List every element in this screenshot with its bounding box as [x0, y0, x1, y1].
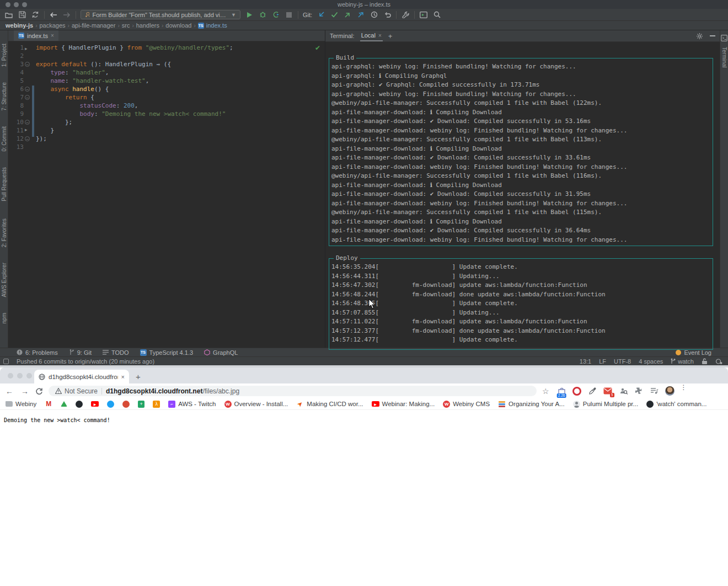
run-with-coverage-button[interactable]: [271, 10, 280, 19]
tool-window-button-7-structure[interactable]: 7: Structure: [1, 82, 7, 111]
code-line[interactable]: [36, 143, 233, 151]
bookmark-item[interactable]: Webiny: [6, 401, 36, 407]
code-line[interactable]: }: [36, 126, 233, 135]
reload-icon[interactable]: [35, 387, 43, 395]
browser-tab[interactable]: d1hgd8csopkt4i.cloudfront.ne ×: [34, 370, 129, 383]
bookmark-item[interactable]: [61, 401, 67, 407]
git-cherry-pick-icon[interactable]: [356, 10, 365, 19]
fold-minus-icon[interactable]: –: [25, 136, 30, 141]
extensions-puzzle-icon[interactable]: [634, 386, 644, 396]
bookmark-item[interactable]: 'watch' comman...: [646, 401, 706, 408]
bookmark-item[interactable]: Organizing Your A...: [498, 400, 565, 408]
terminal-tab-local[interactable]: Local ×: [360, 32, 383, 40]
tool-window-button-aws-explorer[interactable]: AWS Explorer: [1, 263, 7, 297]
undo-icon[interactable]: [383, 10, 392, 19]
breadcrumb-item[interactable]: handlers: [136, 22, 159, 29]
new-tab-button[interactable]: +: [136, 372, 141, 381]
session-buddy-extension-icon[interactable]: [619, 386, 628, 396]
terminal-output[interactable]: Build api-graphql: webiny log: Finished …: [325, 42, 720, 348]
bookmark-item[interactable]: [122, 401, 130, 408]
code-line[interactable]: [36, 52, 233, 60]
playlist-extension-icon[interactable]: [650, 386, 659, 396]
unlock-icon[interactable]: [702, 358, 708, 365]
line-separator[interactable]: LF: [599, 358, 606, 365]
bottom-bar-problems-button[interactable]: 6: Problems: [17, 349, 58, 356]
breadcrumb-item[interactable]: download: [165, 22, 191, 29]
chrome-menu-icon[interactable]: ⋮: [681, 383, 687, 399]
code-line[interactable]: async handle() {: [36, 85, 233, 93]
code-line[interactable]: type: "handler",: [36, 68, 233, 77]
bookmark-item[interactable]: λ: [153, 401, 160, 408]
back-icon[interactable]: ←: [4, 387, 14, 396]
mail-extension-icon[interactable]: 5: [603, 386, 613, 396]
code-line[interactable]: export default (): HandlerPlugin ⇒ ({: [36, 60, 233, 68]
breadcrumb-item[interactable]: packages: [39, 22, 65, 29]
code-line[interactable]: import { HandlerPlugin } from "@webiny/h…: [36, 44, 233, 52]
git-push-icon[interactable]: [343, 10, 352, 19]
bottom-bar-git-button[interactable]: 9: Git: [69, 349, 92, 356]
git-update-icon[interactable]: [317, 10, 325, 19]
security-status[interactable]: Not Secure: [55, 387, 98, 395]
bookmark-item[interactable]: ➤Making CI/CD wor...: [296, 400, 363, 408]
macos-traffic-lights[interactable]: [8, 373, 32, 379]
close-tab-icon[interactable]: ×: [121, 374, 125, 380]
profile-avatar[interactable]: [665, 386, 675, 396]
bookmark-item[interactable]: [107, 401, 114, 408]
close-window-button[interactable]: [8, 373, 13, 379]
fold-arrow-icon[interactable]: ▸: [25, 46, 28, 51]
history-icon[interactable]: [370, 10, 378, 19]
tool-window-button-1-project[interactable]: 1: Project: [1, 44, 7, 67]
bookmark-item[interactable]: +: [138, 401, 144, 408]
save-icon[interactable]: [18, 10, 26, 19]
bottom-bar-todo-button[interactable]: TODO: [103, 349, 129, 356]
run-configuration-select[interactable]: Form Builder "Form" Test.should publish,…: [81, 10, 240, 19]
tool-window-button-2-favorites[interactable]: 2: Favorites: [1, 219, 7, 247]
open-folder-icon[interactable]: [4, 10, 13, 19]
fold-minus-icon[interactable]: –: [25, 87, 30, 92]
code-line[interactable]: };: [36, 118, 233, 126]
aws-calculator-extension-icon[interactable]: 2.26: [557, 386, 566, 396]
tool-window-toggle-icon[interactable]: [3, 359, 9, 364]
bottom-bar-typescript-button[interactable]: TSTypeScript 4.1.3: [140, 349, 194, 356]
fold-minus-icon[interactable]: –: [25, 120, 30, 125]
bookmark-item[interactable]: M: [45, 400, 52, 408]
bookmark-item[interactable]: [76, 401, 83, 408]
bookmark-star-icon[interactable]: ☆: [542, 387, 549, 396]
breadcrumb-file[interactable]: TSindex.ts: [198, 22, 227, 29]
terminal-tool-icon[interactable]: [721, 35, 727, 41]
tool-window-button-0-commit[interactable]: 0: Commit: [1, 126, 7, 152]
highlighting-level-icon[interactable]: [715, 358, 722, 365]
bottom-bar-graphql-button[interactable]: GraphQL: [204, 349, 238, 356]
run-anything-window-icon[interactable]: [419, 10, 428, 19]
run-button[interactable]: [245, 10, 254, 19]
bookmark-item[interactable]: ▶Webinar: Making...: [372, 401, 435, 407]
back-icon[interactable]: [49, 10, 58, 19]
sync-icon[interactable]: [31, 10, 40, 19]
file-encoding[interactable]: UTF-8: [614, 358, 631, 365]
minimize-panel-icon[interactable]: [710, 35, 715, 37]
search-everywhere-icon[interactable]: [432, 10, 441, 19]
tool-window-button-terminal[interactable]: Terminal: [721, 47, 727, 68]
url-text[interactable]: d1hgd8csopkt4i.cloudfront.net/files/abc.…: [106, 387, 239, 395]
breadcrumb-item[interactable]: src: [122, 22, 130, 29]
terminal-settings-gear-icon[interactable]: [696, 33, 703, 40]
bookmark-item[interactable]: WWebiny CMS: [443, 401, 490, 408]
code-editor[interactable]: 12345678910111213 ▸ – – – – ▸ – import {…: [8, 41, 325, 348]
forward-icon[interactable]: [62, 10, 71, 19]
indent-setting[interactable]: 4 spaces: [639, 358, 663, 365]
code-line[interactable]: });: [36, 135, 233, 143]
git-branch-widget[interactable]: watch: [671, 358, 694, 365]
fold-minus-icon[interactable]: –: [25, 62, 30, 67]
eyedropper-extension-icon[interactable]: [588, 386, 597, 396]
git-commit-icon[interactable]: [330, 10, 339, 19]
caret-position[interactable]: 13:1: [580, 358, 591, 365]
wrench-icon[interactable]: [401, 10, 410, 19]
event-log-button[interactable]: Event Log: [676, 349, 711, 356]
code-line[interactable]: name: "handler-watch-test",: [36, 77, 233, 85]
minimize-window-button[interactable]: [17, 373, 23, 379]
code-line[interactable]: return {: [36, 93, 233, 102]
tool-window-button-pull-requests[interactable]: Pull Requests: [1, 167, 7, 201]
debug-button[interactable]: [258, 10, 267, 19]
bookmark-item[interactable]: WOverview - Install...: [224, 401, 288, 408]
bookmark-item[interactable]: ▶: [91, 401, 99, 407]
